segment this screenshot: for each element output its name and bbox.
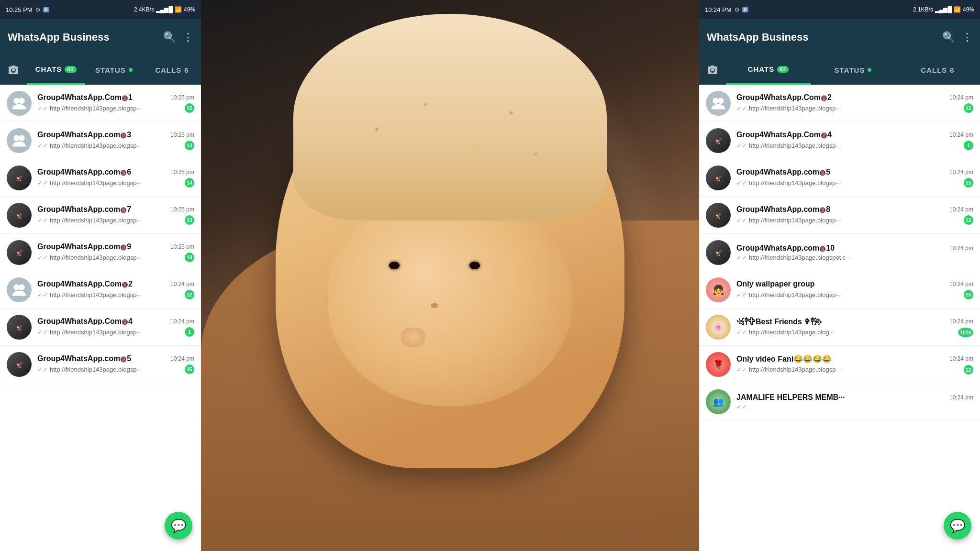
chat-item[interactable]: 🦅 Group4WhatsApp.com🔞7 10:25 pm ✓✓ http:…: [0, 197, 201, 234]
right-tab-status[interactable]: STATUS: [811, 55, 895, 85]
chat-preview: ✓✓ http://friendship143page.blogsp···: [736, 366, 841, 373]
chat-content: Group4WhatsApp.com🔞7 10:25 pm ✓✓ http://…: [37, 205, 194, 225]
chat-time: 10:24 pm: [170, 281, 194, 287]
chat-item[interactable]: 🦅 Group4WhatsApp.com🔞6 10:25 pm ✓✓ http:…: [0, 159, 201, 197]
chat-name: Group4WhatsApp.com🔞5: [37, 354, 131, 363]
avatar: 👥: [706, 389, 731, 414]
right-status-bar: 10:24 PM ⊙ B 2.1KB/s ▂▄▆█ 📶 49%: [699, 0, 980, 19]
avatar: [7, 277, 32, 302]
check-icon: ✓✓: [736, 366, 747, 373]
left-tab-status[interactable]: STATUS: [85, 55, 143, 85]
right-fab[interactable]: 💬: [944, 512, 971, 540]
chat-time: 10:25 pm: [170, 169, 194, 176]
check-icon: ✓✓: [37, 329, 48, 336]
svg-point-7: [718, 98, 724, 104]
chat-item[interactable]: Group4WhatsApp.Com🔞1 10:25 pm ✓✓ http://…: [0, 85, 201, 122]
left-fab[interactable]: 💬: [165, 512, 192, 540]
unread-badge: 13: [185, 141, 194, 150]
check-icon: ✓✓: [736, 254, 747, 261]
chat-item[interactable]: 🦅 Group4WhatsApp.com🔞8 10:24 pm ✓✓ http:…: [699, 197, 980, 234]
chat-name: ꧁༒✞Best Friends ✞༒꧂: [736, 317, 822, 326]
check-icon: ✓✓: [736, 105, 747, 112]
chat-item[interactable]: 🦅 Group4WhatsApp.com🔞5 10:24 pm ✓✓ http:…: [0, 346, 201, 383]
avatar: [7, 128, 32, 153]
chat-item[interactable]: 🦅 Group4WhatsApp.com🔞9 10:25 pm ✓✓ http:…: [0, 234, 201, 271]
chat-time: 10:24 pm: [949, 281, 973, 287]
left-menu-icon[interactable]: ⋮: [183, 31, 193, 44]
avatar: 🦅: [706, 240, 731, 265]
right-panel: 10:24 PM ⊙ B 2.1KB/s ▂▄▆█ 📶 49% WhatsApp…: [699, 0, 980, 551]
chat-content: Group4WhatsApp.Com🔞4 10:24 pm ✓✓ http://…: [736, 131, 973, 150]
right-tab-calls[interactable]: CALLS 6: [895, 55, 980, 85]
chat-item[interactable]: 🦅 Group4WhatsApp.com🔞10 10:24 pm ✓✓ http…: [699, 234, 980, 271]
avatar: [7, 91, 32, 116]
chat-item[interactable]: 🦅 Group4WhatsApp.com🔞5 10:24 pm ✓✓ http:…: [699, 159, 980, 197]
chat-item[interactable]: 🌹 Only video Fani😂😂😂😂 10:24 pm ✓✓ http:/…: [699, 346, 980, 383]
svg-point-6: [713, 98, 719, 104]
chat-item[interactable]: Group4WhatsApp.Com🔞2 10:24 pm ✓✓ http://…: [699, 85, 980, 122]
chat-time: 10:24 pm: [170, 355, 194, 362]
chat-name: Group4WhatsApp.com🔞10: [736, 244, 835, 253]
check-icon: ✓✓: [37, 105, 48, 112]
right-camera-tab[interactable]: [699, 55, 726, 85]
right-calls-badge: 6: [950, 66, 954, 74]
right-menu-icon[interactable]: ⋮: [962, 31, 972, 44]
chat-preview: ✓✓ http://friendship143page.blogsp···: [736, 105, 841, 112]
left-search-icon[interactable]: 🔍: [163, 31, 176, 44]
avatar: 🦅: [706, 165, 731, 190]
chat-time: 10:24 pm: [949, 394, 973, 401]
check-icon: ✓✓: [37, 366, 48, 373]
chat-item[interactable]: Group4WhatsApp.com🔞3 10:25 pm ✓✓ http://…: [0, 122, 201, 159]
left-tab-chats[interactable]: CHATS 82: [27, 55, 85, 85]
chat-time: 10:24 pm: [949, 318, 973, 325]
chat-item[interactable]: Group4WhatsApp.Com🔞2 10:24 pm ✓✓ http://…: [0, 271, 201, 309]
check-icon: ✓✓: [37, 217, 48, 224]
left-bixby-icon: ⊙: [35, 6, 40, 13]
avatar: 🦅: [706, 128, 731, 153]
chat-item[interactable]: 🦅 Group4WhatsApp.Com🔞4 10:24 pm ✓✓ http:…: [0, 309, 201, 346]
right-search-icon[interactable]: 🔍: [942, 31, 955, 44]
chat-item[interactable]: 👥 JAMALIFE HELPERS MEMB··· 10:24 pm ✓✓: [699, 383, 980, 420]
chat-time: 10:25 pm: [170, 206, 194, 213]
chat-preview: ✓✓ http://friendship143page.blogsp···: [37, 142, 142, 149]
left-wifi-icon: 📶: [175, 6, 182, 13]
avatar: 🦅: [7, 352, 32, 377]
chat-content: Group4WhatsApp.com🔞9 10:25 pm ✓✓ http://…: [37, 242, 194, 262]
chat-content: Only wallpaper group 10:24 pm ✓✓ http://…: [736, 280, 973, 299]
left-calls-badge: 6: [184, 66, 189, 74]
chat-preview: ✓✓ http://friendship143page.blog···: [736, 329, 835, 336]
svg-point-0: [13, 98, 20, 104]
chat-name: Group4WhatsApp.com🔞9: [37, 242, 131, 251]
chat-content: Group4WhatsApp.Com🔞2 10:24 pm ✓✓ http://…: [736, 93, 973, 113]
left-panel: 10:25 PM ⊙ B 2.4KB/s ▂▄▆█ 📶 49% WhatsApp…: [0, 0, 201, 551]
chat-content: Group4WhatsApp.com🔞5 10:24 pm ✓✓ http://…: [736, 168, 973, 187]
chat-name: Group4WhatsApp.Com🔞2: [37, 280, 133, 288]
chat-name: Group4WhatsApp.Com🔞2: [736, 93, 832, 102]
chat-name: Group4WhatsApp.Com🔞4: [736, 131, 832, 139]
chat-content: Group4WhatsApp.com🔞5 10:24 pm ✓✓ http://…: [37, 354, 194, 374]
chat-item[interactable]: 🦅 Group4WhatsApp.Com🔞4 10:24 pm ✓✓ http:…: [699, 122, 980, 159]
avatar: 🦅: [7, 240, 32, 265]
check-icon: ✓✓: [736, 179, 747, 187]
avatar: 👧: [706, 277, 731, 302]
unread-badge: 15: [185, 364, 194, 374]
avatar: 🦅: [7, 315, 32, 340]
chat-item[interactable]: 🌸 ꧁༒✞Best Friends ✞༒꧂ 10:24 pm ✓✓ http:/…: [699, 309, 980, 346]
left-chat-list: Group4WhatsApp.Com🔞1 10:25 pm ✓✓ http://…: [0, 85, 201, 551]
left-tab-calls[interactable]: CALLS 6: [143, 55, 201, 85]
chat-time: 10:24 pm: [949, 132, 973, 138]
left-battery: 49%: [184, 6, 195, 13]
right-battery: 49%: [963, 6, 974, 13]
left-camera-tab[interactable]: [0, 55, 27, 85]
avatar: 🦅: [7, 203, 32, 228]
svg-point-4: [13, 284, 20, 290]
unread-badge: 19: [185, 253, 194, 262]
chat-item[interactable]: 👧 Only wallpaper group 10:24 pm ✓✓ http:…: [699, 271, 980, 309]
avatar: [706, 91, 731, 116]
chat-name: Group4WhatsApp.Com🔞4: [37, 317, 133, 326]
check-icon: ✓✓: [736, 142, 747, 149]
right-tab-chats[interactable]: CHATS 82: [726, 55, 811, 85]
chat-time: 10:24 pm: [949, 355, 973, 362]
chat-preview: ✓✓ http://friendship143page.blogsp···: [37, 179, 142, 187]
chat-time: 10:24 pm: [949, 245, 973, 252]
